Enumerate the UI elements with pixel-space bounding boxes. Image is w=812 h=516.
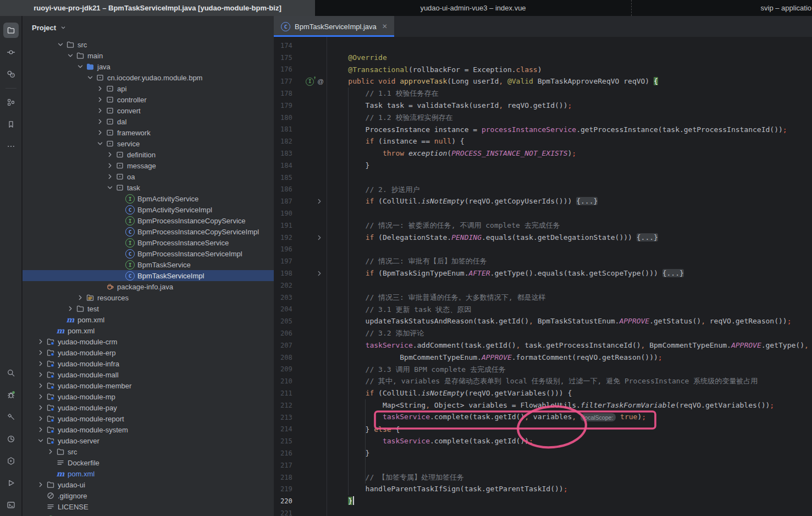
tree-item-pom.xml[interactable]: mpom.xml [23, 468, 274, 479]
chevron-down-icon[interactable] [36, 436, 46, 445]
chevron-right-icon[interactable] [105, 172, 115, 181]
line-number[interactable]: 190 [274, 210, 301, 217]
code-text[interactable]: taskService.complete(task.getId(), varia… [331, 411, 646, 424]
code-text[interactable]: @Transactional(rollbackFor = Exception.c… [331, 64, 542, 76]
tree-item-yudao-module-report[interactable]: yudao-module-report [23, 413, 274, 424]
line-number[interactable]: 181 [274, 125, 301, 133]
code-line-178[interactable]: 178 // 1.1 校验任务存在 [274, 87, 812, 100]
code-text[interactable]: } [331, 447, 369, 459]
project-dropdown[interactable]: Project [23, 16, 274, 39]
line-number[interactable]: 176 [274, 65, 301, 73]
code-line-184[interactable]: 184 } [274, 160, 812, 172]
code-text[interactable]: if (CollUtil.isNotEmpty(reqVO.getCopyUse… [331, 195, 598, 207]
chevron-right-icon[interactable] [36, 425, 46, 434]
tree-item-pom.xml[interactable]: mpom.xml [23, 325, 274, 336]
tree-item-src[interactable]: src [23, 446, 274, 457]
line-number[interactable]: 203 [274, 294, 301, 301]
tree-item-BpmProcessInstanceCopyServiceImpl[interactable]: CBpmProcessInstanceCopyServiceImpl [23, 226, 274, 237]
code-text[interactable]: taskService.complete(task.getId()); [331, 435, 533, 447]
line-number[interactable]: 212 [274, 402, 301, 409]
code-text[interactable]: // 1.1 校验任务存在 [331, 87, 438, 100]
code-line-205[interactable]: 205 updateTaskStatusAndReason(task.getId… [274, 315, 812, 327]
tab-BpmTaskServiceImpl[interactable]: C BpmTaskServiceImpl.java ✕ [274, 16, 394, 37]
code-editor[interactable]: 174175 @Override176 @Transactional(rollb… [274, 37, 812, 516]
line-number[interactable]: 177 [274, 78, 301, 85]
run-icon[interactable] [3, 475, 19, 491]
code-line-203[interactable]: 203 // 情况三: 审批普通的任务。大多数情况下, 都是这样 [274, 292, 812, 304]
code-line-219[interactable]: 219 handleParentTaskIfSign(task.getParen… [274, 483, 812, 495]
code-line-181[interactable]: 181 ProcessInstance instance = processIn… [274, 124, 812, 136]
debug-icon[interactable] [3, 387, 19, 403]
line-number[interactable]: 192 [274, 234, 301, 241]
code-line-216[interactable]: 216 } [274, 447, 812, 459]
build-icon[interactable] [3, 409, 19, 425]
tree-item-resources[interactable]: resources [23, 292, 274, 303]
code-line-211[interactable]: 211 if (CollUtil.isNotEmpty(reqVO.getVar… [274, 387, 812, 399]
line-number[interactable]: 219 [274, 485, 301, 493]
pull-requests-icon[interactable]: ? [3, 67, 19, 82]
tree-item-message[interactable]: message [23, 160, 274, 171]
line-number[interactable]: 174 [274, 42, 301, 50]
close-icon[interactable]: ✕ [382, 23, 388, 30]
tree-item-BpmTaskServiceImpl[interactable]: CBpmTaskServiceImpl [23, 270, 274, 281]
line-number[interactable]: 204 [274, 305, 301, 313]
line-number[interactable]: 213 [274, 414, 301, 421]
code-text[interactable]: if (instance == null) { [331, 135, 465, 147]
line-number[interactable]: 221 [274, 509, 301, 516]
tree-item-yudao-module-pay[interactable]: yudao-module-pay [23, 402, 274, 413]
chevron-right-icon[interactable] [36, 337, 46, 346]
chevron-right-icon[interactable] [95, 84, 105, 93]
chevron-right-icon[interactable] [95, 106, 105, 115]
code-line-204[interactable]: 204 // 3.1 更新 task 状态、原因 [274, 304, 812, 316]
project-folder-icon[interactable] [3, 23, 19, 38]
chevron-right-icon[interactable] [105, 161, 115, 170]
tree-item-controller[interactable]: controller [23, 94, 274, 105]
code-line-214[interactable]: 214 } else { [274, 424, 812, 436]
code-line-210[interactable]: 210 // 其中, variables 是存储动态表单到 local 任务级别… [274, 375, 812, 387]
code-text[interactable]: @Override [331, 52, 387, 64]
code-line-186[interactable]: 186 // 2. 抄送用户 [274, 184, 812, 196]
tree-item-yudao-module-member[interactable]: yudao-module-member [23, 380, 274, 391]
tree-item-framework[interactable]: framework [23, 127, 274, 138]
bookmarks-icon[interactable] [3, 117, 19, 132]
window-title-active[interactable]: ruoyi-vue-pro-jdk21 – BpmTaskServiceImpl… [0, 0, 315, 16]
line-number[interactable]: 217 [274, 462, 301, 469]
tree-item-main[interactable]: main [23, 50, 274, 61]
code-line-174[interactable]: 174 [274, 40, 812, 52]
code-line-213[interactable]: 213 taskService.complete(task.getId(), v… [274, 411, 812, 424]
chevron-right-icon[interactable] [36, 480, 46, 489]
tree-item-definition[interactable]: definition [23, 149, 274, 160]
tree-item-yudao-module-mall[interactable]: yudao-module-mall [23, 369, 274, 380]
code-text[interactable]: // 【加签专属】处理加签任务 [331, 471, 464, 484]
tree-item-yudao-server[interactable]: yudao-server [23, 435, 274, 446]
chevron-right-icon[interactable] [36, 392, 46, 401]
code-text[interactable]: updateTaskStatusAndReason(task.getId(), … [331, 315, 792, 327]
tree-item[interactable] [23, 512, 274, 516]
tree-item-service[interactable]: service [23, 138, 274, 149]
code-line-202[interactable]: 202 [274, 279, 812, 292]
code-text[interactable]: // 3.3 调用 BPM complete 去完成任务 [331, 364, 506, 376]
chevron-right-icon[interactable] [36, 348, 46, 357]
chevron-right-icon[interactable] [75, 293, 85, 302]
code-text[interactable]: // 1.2 校验流程实例存在 [331, 112, 452, 124]
line-number[interactable]: 178 [274, 90, 301, 97]
tree-item-Dockerfile[interactable]: Dockerfile [23, 457, 274, 468]
line-number[interactable]: 187 [274, 197, 301, 205]
code-line-212[interactable]: 212 Map<String, Object> variables = Flow… [274, 399, 812, 411]
line-number[interactable]: 211 [274, 389, 301, 397]
tree-item-cn.iocoder.yudao.module.bpm[interactable]: cn.iocoder.yudao.module.bpm [23, 72, 274, 83]
tree-item-pom.xml[interactable]: mpom.xml [23, 314, 274, 325]
code-text[interactable]: // 情况三: 审批普通的任务。大多数情况下, 都是这样 [331, 292, 545, 304]
search-icon[interactable] [3, 365, 19, 381]
code-text[interactable]: Map<String, Object> variables = Flowable… [331, 399, 774, 411]
line-number[interactable]: 182 [274, 138, 301, 145]
tree-item-BpmActivityServiceImpl[interactable]: CBpmActivityServiceImpl [23, 204, 274, 215]
line-number[interactable]: 175 [274, 54, 301, 62]
profiler-icon[interactable] [3, 431, 19, 447]
tree-item-oa[interactable]: oa [23, 171, 274, 182]
code-line-180[interactable]: 180 // 1.2 校验流程实例存在 [274, 112, 812, 124]
code-line-192[interactable]: 192 if (DelegationState.PENDING.equals(t… [274, 232, 812, 244]
line-number[interactable]: 180 [274, 114, 301, 122]
line-number[interactable]: 209 [274, 365, 301, 373]
tree-item-task[interactable]: task [23, 182, 274, 193]
